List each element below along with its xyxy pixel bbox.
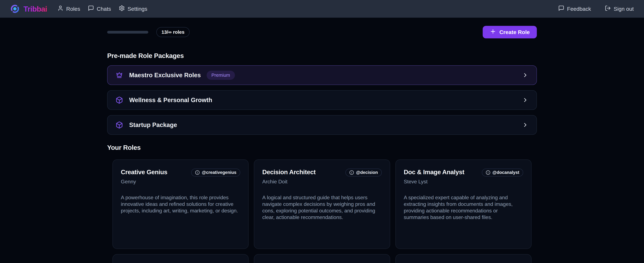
chevron-right-icon: [522, 97, 528, 103]
package-row-startup[interactable]: Startup Package: [107, 115, 537, 135]
feedback-label: Feedback: [567, 6, 591, 12]
top-bar: Tribbai Roles Chats: [0, 0, 644, 18]
role-card-creative-genius[interactable]: Creative Genius @creativegenius Genny A …: [112, 159, 248, 249]
section-heading-premade: Pre-made Role Packages: [107, 52, 537, 60]
package-title: Maestro Exclusive Roles: [129, 72, 201, 79]
nav-settings[interactable]: Settings: [119, 5, 147, 12]
message-icon: [558, 5, 564, 12]
role-handle-badge[interactable]: @creativegenius: [191, 169, 240, 176]
role-card-partial[interactable]: [112, 254, 248, 263]
feedback-button[interactable]: Feedback: [558, 5, 591, 12]
role-subtitle: Genny: [121, 179, 240, 185]
crown-icon: [116, 71, 123, 79]
info-icon: [349, 170, 354, 175]
role-title: Doc & Image Analyst: [404, 169, 464, 176]
brand-name: Tribbai: [24, 4, 47, 13]
roles-toolbar: 13/∞ roles Create Role: [107, 26, 537, 38]
info-icon: [486, 170, 490, 175]
info-icon: [195, 170, 200, 175]
package-icon: [116, 121, 123, 129]
plus-icon: [490, 28, 496, 36]
nav-settings-label: Settings: [128, 6, 147, 12]
roles-progress-bar: [107, 31, 148, 33]
brand-logo[interactable]: Tribbai: [10, 4, 47, 13]
role-cards-grid: Creative Genius @creativegenius Genny A …: [112, 159, 532, 263]
role-description: A powerhouse of imagination, this role p…: [121, 194, 240, 214]
message-icon: [88, 5, 94, 12]
package-row-maestro[interactable]: Maestro Exclusive Roles Premium: [107, 65, 537, 85]
header-actions: Feedback Sign out: [558, 5, 634, 12]
chevron-right-icon: [522, 72, 528, 78]
role-card-partial[interactable]: [396, 254, 532, 263]
role-card-doc-image-analyst[interactable]: Doc & Image Analyst @docanalyst Steve Ly…: [396, 159, 532, 249]
role-handle-badge[interactable]: @decision: [346, 169, 382, 176]
sign-out-button[interactable]: Sign out: [605, 5, 634, 12]
nav-roles-label: Roles: [66, 6, 80, 12]
create-role-button[interactable]: Create Role: [483, 26, 537, 38]
role-handle: @decision: [356, 170, 378, 175]
user-icon: [57, 5, 64, 12]
package-row-wellness[interactable]: Wellness & Personal Growth: [107, 90, 537, 110]
package-title: Startup Package: [129, 122, 177, 128]
role-subtitle: Steve Lyst: [404, 179, 523, 185]
premium-badge: Premium: [207, 71, 235, 80]
logout-icon: [605, 5, 611, 12]
role-title: Decision Architect: [262, 169, 316, 176]
role-description: A specialized expert capable of analyzin…: [404, 194, 523, 221]
role-card-decision-architect[interactable]: Decision Architect @decision Archie Doit…: [254, 159, 390, 249]
chevron-right-icon: [522, 122, 528, 128]
sign-out-label: Sign out: [614, 6, 634, 12]
nav-roles[interactable]: Roles: [57, 5, 80, 12]
roles-count-pill: 13/∞ roles: [156, 27, 190, 37]
main-nav: Roles Chats Settings: [57, 5, 147, 12]
role-handle: @docanalyst: [492, 170, 519, 175]
role-title: Creative Genius: [121, 169, 167, 176]
create-role-label: Create Role: [500, 29, 530, 35]
role-description: A logical and structured guide that help…: [262, 194, 382, 221]
role-handle-badge[interactable]: @docanalyst: [482, 169, 523, 176]
roles-page: 13/∞ roles Create Role Pre-made Role Pac…: [107, 18, 537, 263]
role-subtitle: Archie Doit: [262, 179, 382, 185]
gear-icon: [119, 5, 125, 12]
nav-chats-label: Chats: [97, 6, 111, 12]
role-card-partial[interactable]: [254, 254, 390, 263]
nav-chats[interactable]: Chats: [88, 5, 111, 12]
package-icon: [116, 96, 123, 104]
role-handle: @creativegenius: [202, 170, 236, 175]
tribbai-logo-icon: [10, 4, 20, 13]
section-heading-your-roles: Your Roles: [107, 144, 537, 151]
package-title: Wellness & Personal Growth: [129, 97, 212, 104]
